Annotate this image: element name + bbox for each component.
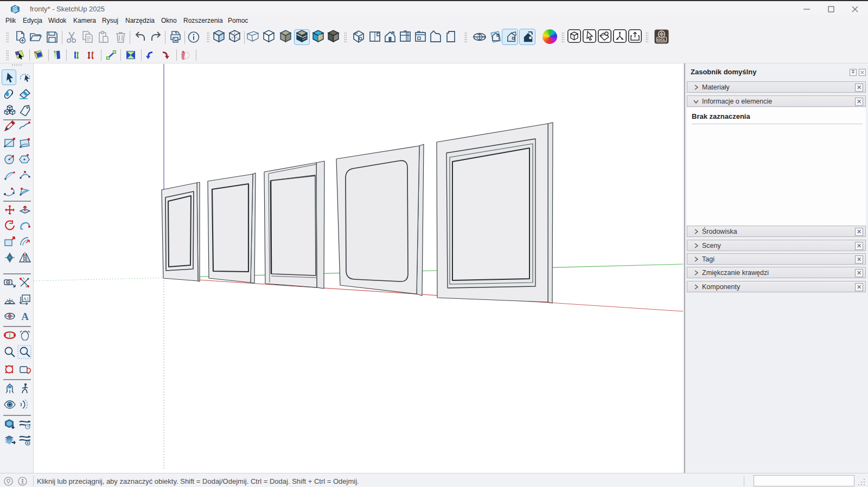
svg-text:OCL: OCL — [658, 37, 666, 42]
svg-text:C: C — [9, 312, 11, 316]
svg-text:A1: A1 — [23, 296, 29, 302]
svg-text:A: A — [21, 311, 29, 322]
